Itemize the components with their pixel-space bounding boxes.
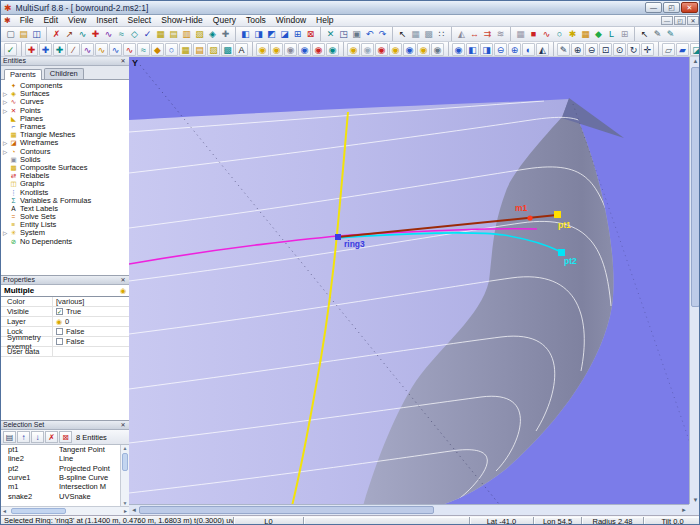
polyline-tool-icon[interactable]: ∿ [81,43,94,56]
tab-children[interactable]: Children [44,68,84,79]
view-top-icon[interactable]: ⊖ [494,43,507,56]
fence-select-icon[interactable]: ▦ [409,28,422,41]
window-split-icon[interactable]: ◩ [265,28,278,41]
ccurve-tool-icon[interactable]: ∿ [123,43,136,56]
edit-snake-icon[interactable]: ○ [553,28,566,41]
property-value[interactable]: ◉0 [53,317,129,326]
hide-icon[interactable]: ◉ [284,43,297,56]
lasso-select-icon[interactable]: ▩ [422,28,435,41]
viewport-vertical-scrollbar[interactable]: ▲▼ [689,57,700,504]
snake-tool-icon[interactable]: ≈ [137,43,150,56]
insert-surface-1-icon[interactable]: ▦ [154,28,167,41]
new-file-icon[interactable]: ▢ [4,28,17,41]
view-side-icon[interactable]: ◨ [480,43,493,56]
pointer-select-icon[interactable]: ↖ [396,28,409,41]
tab-parents[interactable]: Parents [4,69,42,80]
view-home-icon[interactable]: ◭ [536,43,549,56]
view-iso-icon[interactable]: ◐ [522,43,535,56]
insert-magnet-icon[interactable]: ◇ [128,28,141,41]
offset-icon[interactable]: ⇉ [481,28,494,41]
surf-tool-1-icon[interactable]: ▦ [179,43,192,56]
properties-close-icon[interactable]: ✕ [119,276,127,284]
visibility-7-icon[interactable]: ◉ [431,43,444,56]
window-new-icon[interactable]: ◪ [278,28,291,41]
checkbox-icon[interactable]: ✓ [56,308,63,315]
child-restore-button[interactable]: ◰ [674,16,686,25]
visibility-1-icon[interactable]: ◉ [347,43,360,56]
selection-row-m1[interactable]: m1Intersection M [1,482,120,491]
property-value[interactable]: [various] [53,297,129,306]
menu-item-window[interactable]: Window [271,15,311,26]
frame-entity-icon[interactable]: ⊞ [618,28,631,41]
3d-viewport[interactable]: Y ring3 m1 pt1 pt2 [129,57,689,504]
rotate-view-icon[interactable]: ↻ [627,43,640,56]
minimize-button[interactable]: — [645,2,662,13]
expand-icon[interactable]: ▷ [1,91,9,97]
menu-item-view[interactable]: View [63,15,91,26]
menu-item-help[interactable]: Help [311,15,338,26]
visibility-2-icon[interactable]: ◉ [361,43,374,56]
remove-selected-icon[interactable]: ✗ [45,431,58,443]
show-surfaces-icon[interactable]: ◉ [298,43,311,56]
window-grid-icon[interactable]: ⊞ [291,28,304,41]
menu-item-select[interactable]: Select [123,15,157,26]
expand-icon[interactable]: ▷ [1,108,9,114]
selection-horizontal-scrollbar[interactable]: ◄► [1,506,129,515]
grid-toggle-icon[interactable]: ▦ [514,28,527,41]
insert-surface-3-icon[interactable]: ▥ [180,28,193,41]
multi-select-icon[interactable]: ∷ [435,28,448,41]
clear-all-icon[interactable]: ⊠ [59,431,72,443]
zoom-out-icon[interactable]: ⊖ [585,43,598,56]
proj-point-tool-icon[interactable]: ✚ [53,43,66,56]
view-perspective-icon[interactable]: ◉ [452,43,465,56]
mode-shaded-icon[interactable]: ◪ [690,43,700,56]
insert-line-icon[interactable]: ↗ [63,28,76,41]
selection-close-icon[interactable]: ✕ [119,421,127,429]
copy-icon[interactable]: ◳ [337,28,350,41]
menu-item-edit[interactable]: Edit [38,15,63,26]
bcurve-tool-icon[interactable]: ∿ [109,43,122,56]
view-front-icon[interactable]: ◧ [466,43,479,56]
expand-icon[interactable]: ▷ [1,140,9,146]
menu-item-insert[interactable]: Insert [91,15,122,26]
visibility-3-icon[interactable]: ◉ [375,43,388,56]
view-bottom-icon[interactable]: ⊕ [508,43,521,56]
edit-curve-icon[interactable]: ∿ [540,28,553,41]
sketch-icon[interactable]: ✎ [557,43,570,56]
paste-icon[interactable]: ▣ [350,28,363,41]
cut-icon[interactable]: ✕ [324,28,337,41]
mode-hidden-icon[interactable]: ▰ [676,43,689,56]
insert-point-icon[interactable]: ✚ [89,28,102,41]
mode-wireframe-icon[interactable]: ▱ [662,43,675,56]
insert-snake-icon[interactable]: ≈ [115,28,128,41]
insert-surface-2-icon[interactable]: ▤ [167,28,180,41]
menu-item-show-hide[interactable]: Show-Hide [156,15,208,26]
property-value[interactable]: False [53,327,129,336]
move-down-icon[interactable]: ↓ [31,431,44,443]
menu-item-file[interactable]: File [15,15,39,26]
property-value[interactable]: ✓True [53,307,129,316]
window-close-icon[interactable]: ⊠ [304,28,317,41]
insert-more-icon[interactable]: ✚ [219,28,232,41]
restore-button[interactable]: ◰ [663,2,680,13]
ring-tool-icon[interactable]: ○ [165,43,178,56]
show-points-icon[interactable]: ◉ [326,43,339,56]
drag-entity-icon[interactable]: ◆ [592,28,605,41]
expand-icon[interactable]: ▷ [1,149,9,155]
quick-snap-icon[interactable]: ✓ [4,43,17,56]
text-tool-icon[interactable]: A [235,43,248,56]
rel-point-tool-icon[interactable]: ✚ [39,43,52,56]
menu-item-tools[interactable]: Tools [241,15,271,26]
insert-solid-icon[interactable]: ◈ [206,28,219,41]
tree-item-no-dependents[interactable]: ⊘No Dependents [1,238,129,246]
line-tool-icon[interactable]: ∕ [67,43,80,56]
save-file-icon[interactable]: ◫ [30,28,43,41]
magnet-tool-icon[interactable]: ◆ [151,43,164,56]
probe-snap-icon[interactable]: ✎ [664,28,677,41]
insert-curve-icon[interactable]: ∿ [76,28,89,41]
show-all-icon[interactable]: ◉ [270,43,283,56]
move-up-icon[interactable]: ↑ [17,431,30,443]
surf-tool-4-icon[interactable]: ▩ [221,43,234,56]
zoom-all-icon[interactable]: ⊙ [613,43,626,56]
show-curves-icon[interactable]: ◉ [312,43,325,56]
